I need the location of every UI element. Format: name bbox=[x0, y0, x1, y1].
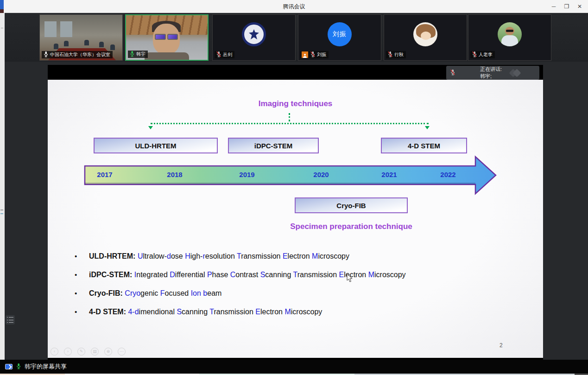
participant-thumbnail[interactable]: 刘振刘振 bbox=[298, 14, 381, 61]
participant-nameplate: 刘振 bbox=[300, 51, 329, 58]
participant-name: 韩宇 bbox=[136, 51, 145, 57]
share-label: 韩宇的屏幕共享 bbox=[25, 362, 67, 371]
close-button[interactable]: ✕ bbox=[573, 2, 586, 11]
participant-thumbnail[interactable]: 人老李 bbox=[468, 14, 551, 61]
window-title: 腾讯会议 bbox=[0, 3, 588, 11]
mic-status-icon bbox=[216, 51, 221, 58]
pen-tool-icon[interactable]: ✎ bbox=[77, 348, 85, 356]
timeline-year: 2021 bbox=[373, 171, 405, 178]
more-options-icon[interactable]: ⋯ bbox=[118, 348, 126, 356]
previous-slide-icon[interactable]: ‹ bbox=[51, 348, 58, 356]
box-uld-hrtem: ULD-HRTEM bbox=[94, 138, 218, 153]
participant-nameplate: 行秋 bbox=[386, 51, 406, 58]
timeline-year: 2018 bbox=[158, 171, 191, 178]
definition-list: ULD-HRTEM: Ultralow-dose High-resolution… bbox=[75, 252, 519, 326]
participant-thumbnail[interactable]: 中国石油大学（华东）会议室 bbox=[39, 14, 123, 61]
mouse-cursor bbox=[347, 273, 353, 283]
participant-name: 行秋 bbox=[394, 51, 404, 58]
zoom-tool-icon[interactable]: ⊕ bbox=[104, 348, 112, 356]
participant-name: 刘振 bbox=[317, 51, 326, 58]
slide-heading-specimen: Specimen preparation technique bbox=[191, 222, 511, 231]
timeline-year: 2020 bbox=[305, 171, 337, 178]
participant-thumbnail[interactable]: 丛剑 bbox=[212, 14, 296, 61]
box-4d-stem: 4-D STEM bbox=[381, 138, 467, 153]
slide-page-number: 2 bbox=[499, 342, 503, 349]
anime-avatar bbox=[413, 22, 437, 46]
left-edge-underlying-window bbox=[0, 13, 5, 375]
connector-vertical-dotted-line bbox=[289, 113, 290, 121]
connector-arrow-right-icon bbox=[425, 126, 430, 129]
mic-on-icon bbox=[16, 363, 21, 371]
participant-filmstrip: 中国石油大学（华东）会议室韩宇丛剑刘振刘振行秋人老李 bbox=[5, 13, 588, 62]
participant-nameplate: 中国石油大学（华东）会议室 bbox=[42, 51, 113, 58]
participant-name: 丛剑 bbox=[223, 51, 232, 58]
screen-share-stage: 正在讲话: 韩宇; Imaging techniques ULD-HRTEM i… bbox=[48, 65, 543, 360]
box-idpc-stem: iDPC-STEM bbox=[228, 138, 319, 153]
connector-arrow-left-icon bbox=[148, 126, 153, 129]
speaking-indicator: 正在讲话: 韩宇; bbox=[446, 66, 539, 80]
restore-button[interactable]: ❐ bbox=[560, 2, 573, 11]
definition-item: Cryo-FIB: Cryogenic Focused Ion beam bbox=[75, 289, 519, 308]
box-cryo-fib: Cryo-FIB bbox=[295, 197, 408, 213]
screen-share-icon bbox=[5, 364, 13, 369]
timeline-year: 2019 bbox=[231, 171, 263, 178]
mic-status-icon bbox=[43, 51, 49, 58]
minimize-button[interactable]: ─ bbox=[547, 2, 560, 11]
participant-nameplate: 韩宇 bbox=[128, 51, 148, 58]
participant-thumbnail[interactable]: 行秋 bbox=[384, 14, 467, 61]
muted-mic-icon bbox=[450, 69, 475, 76]
participant-nameplate: 丛剑 bbox=[215, 51, 234, 58]
participant-thumbnail[interactable]: 韩宇 bbox=[125, 14, 209, 61]
screen-share-status-bar: 韩宇的屏幕共享 bbox=[0, 360, 588, 374]
participant-name: 人老李 bbox=[479, 51, 493, 58]
slide-heading-imaging: Imaging techniques bbox=[48, 99, 543, 108]
definition-item: 4-D STEM: 4-dimendional Scanning Transmi… bbox=[75, 308, 519, 326]
mic-status-icon bbox=[129, 51, 135, 58]
participant-nameplate: 人老李 bbox=[470, 51, 495, 58]
all-slides-icon[interactable]: ▤ bbox=[91, 348, 99, 356]
participant-name: 中国石油大学（华东）会议室 bbox=[50, 51, 110, 58]
mic-status-icon bbox=[310, 51, 316, 58]
host-badge-icon bbox=[302, 51, 308, 58]
presentation-slide: Imaging techniques ULD-HRTEM iDPC-STEM 4… bbox=[48, 80, 543, 358]
definition-item: ULD-HRTEM: Ultralow-dose High-resolution… bbox=[75, 252, 519, 271]
next-slide-icon[interactable]: › bbox=[64, 348, 72, 356]
speaking-label: 正在讲话: 韩宇; bbox=[480, 66, 506, 80]
mic-status-icon bbox=[387, 51, 393, 58]
university-logo-avatar bbox=[242, 22, 266, 46]
member-list-toggle-icon[interactable] bbox=[6, 315, 15, 324]
tencent-meeting-logo-icon bbox=[510, 70, 536, 76]
timeline-year: 2017 bbox=[89, 171, 121, 178]
window-titlebar: 腾讯会议 ─ ❐ ✕ bbox=[0, 0, 588, 13]
initials-avatar: 刘振 bbox=[328, 22, 352, 46]
definition-item: iDPC-STEM: Integrated Differential Phase… bbox=[75, 271, 519, 289]
timeline-year: 2022 bbox=[432, 171, 464, 178]
photo-avatar bbox=[498, 22, 522, 46]
slideshow-toolbar: ‹›✎▤⊕⋯ bbox=[51, 348, 126, 356]
mic-status-icon bbox=[472, 51, 477, 58]
connector-horizontal-dotted-line bbox=[151, 123, 429, 124]
